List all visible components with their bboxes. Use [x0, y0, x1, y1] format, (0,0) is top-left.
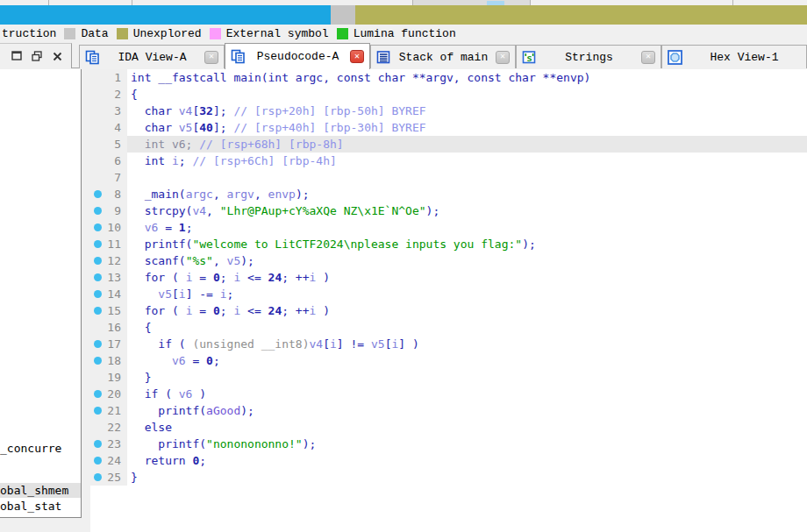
- gutter[interactable]: 20: [90, 386, 127, 402]
- code-text[interactable]: printf(aGood);: [127, 402, 807, 419]
- breakpoint-icon[interactable]: [94, 390, 102, 398]
- code-editor[interactable]: 1int __fastcall main(int argc, const cha…: [90, 69, 807, 532]
- code-text[interactable]: printf("welcome to LitCTF2024\nplease in…: [127, 236, 807, 252]
- tab-pseudocode-a[interactable]: Pseudocode-A✕: [225, 43, 370, 69]
- code-text[interactable]: return 0;: [127, 452, 807, 469]
- code-text[interactable]: v6 = 0;: [127, 352, 807, 369]
- code-line-8[interactable]: 8 _main(argc, argv, envp);: [90, 186, 807, 202]
- code-text[interactable]: scanf("%s", v5);: [127, 252, 807, 269]
- breakpoint-icon[interactable]: [94, 357, 102, 365]
- code-text[interactable]: int __fastcall main(int argc, const char…: [127, 69, 807, 86]
- code-line-17[interactable]: 17 if ( (unsigned __int8)v4[i] != v5[i] …: [90, 336, 807, 352]
- code-line-1[interactable]: 1int __fastcall main(int argc, const cha…: [90, 69, 807, 86]
- gutter[interactable]: 1: [90, 69, 127, 86]
- gutter[interactable]: 2: [90, 86, 127, 103]
- functions-panel[interactable]: _concurreobal_shmemobal_stat: [0, 69, 82, 518]
- panel-splitter[interactable]: [82, 69, 90, 532]
- code-line-4[interactable]: 4 char v5[40]; // [rsp+40h] [rbp-30h] BY…: [90, 119, 807, 136]
- gutter[interactable]: 3: [90, 103, 127, 119]
- breakpoint-icon[interactable]: [94, 407, 102, 415]
- code-text[interactable]: printf("nononononno!");: [127, 436, 807, 452]
- code-line-5[interactable]: 5 int v6; // [rsp+68h] [rbp-8h]: [90, 136, 807, 153]
- tab-close-icon[interactable]: ✕: [350, 50, 364, 63]
- code-text[interactable]: }: [127, 469, 807, 486]
- gutter[interactable]: 23: [90, 436, 127, 452]
- gutter[interactable]: 12: [90, 252, 127, 269]
- code-line-22[interactable]: 22 else: [90, 419, 807, 436]
- code-text[interactable]: _main(argc, argv, envp);: [127, 186, 807, 202]
- navband-segment-data[interactable]: [331, 5, 355, 25]
- breakpoint-icon[interactable]: [94, 457, 102, 465]
- code-line-3[interactable]: 3 char v4[32]; // [rsp+20h] [rbp-50h] BY…: [90, 103, 807, 119]
- gutter[interactable]: 19: [90, 369, 127, 386]
- gutter[interactable]: 10: [90, 219, 127, 236]
- code-line-19[interactable]: 19 }: [90, 369, 807, 386]
- code-text[interactable]: v6 = 1;: [127, 219, 807, 236]
- code-line-24[interactable]: 24 return 0;: [90, 452, 807, 469]
- gutter[interactable]: 22: [90, 419, 127, 436]
- tab-hex-view-1[interactable]: Hex View-1: [661, 45, 807, 68]
- navband-segment-regular-function[interactable]: [0, 5, 331, 25]
- code-line-12[interactable]: 12 scanf("%s", v5);: [90, 252, 807, 269]
- gutter[interactable]: 7: [90, 169, 127, 186]
- gutter[interactable]: 6: [90, 153, 127, 169]
- breakpoint-icon[interactable]: [94, 290, 102, 298]
- gutter[interactable]: 8: [90, 186, 127, 202]
- code-text[interactable]: {: [127, 319, 807, 336]
- code-text[interactable]: if ( (unsigned __int8)v4[i] != v5[i] ): [127, 336, 807, 352]
- breakpoint-icon[interactable]: [94, 473, 102, 481]
- close-icon[interactable]: [51, 50, 63, 62]
- gutter[interactable]: 13: [90, 269, 127, 286]
- code-line-7[interactable]: 7: [90, 169, 807, 186]
- breakpoint-icon[interactable]: [94, 207, 102, 215]
- code-text[interactable]: [127, 169, 807, 186]
- breakpoint-icon[interactable]: [94, 190, 102, 198]
- code-line-18[interactable]: 18 v6 = 0;: [90, 352, 807, 369]
- code-line-9[interactable]: 9 strcpy(v4, "Lhr@PAup+cY%aXQe NZ\x1E`N^…: [90, 202, 807, 219]
- function-list-item[interactable]: obal_stat: [0, 499, 81, 514]
- code-text[interactable]: if ( v6 ): [127, 386, 807, 402]
- code-text[interactable]: for ( i = 0; i <= 24; ++i ): [127, 269, 807, 286]
- code-text[interactable]: {: [127, 86, 807, 103]
- code-line-13[interactable]: 13 for ( i = 0; i <= 24; ++i ): [90, 269, 807, 286]
- gutter[interactable]: 4: [90, 119, 127, 136]
- gutter[interactable]: 14: [90, 286, 127, 302]
- code-line-14[interactable]: 14 v5[i] -= i;: [90, 286, 807, 302]
- code-line-21[interactable]: 21 printf(aGood);: [90, 402, 807, 419]
- code-text[interactable]: strcpy(v4, "Lhr@PAup+cY%aXQe NZ\x1E`N^Oe…: [127, 202, 807, 219]
- code-text[interactable]: else: [127, 419, 807, 436]
- gutter[interactable]: 15: [90, 302, 127, 319]
- gutter[interactable]: 24: [90, 452, 127, 469]
- gutter[interactable]: 9: [90, 202, 127, 219]
- code-line-16[interactable]: 16 {: [90, 319, 807, 336]
- code-text[interactable]: int v6; // [rsp+68h] [rbp-8h]: [127, 136, 807, 153]
- code-line-6[interactable]: 6 int i; // [rsp+6Ch] [rbp-4h]: [90, 153, 807, 169]
- gutter[interactable]: 25: [90, 469, 127, 486]
- breakpoint-icon[interactable]: [94, 273, 102, 281]
- gutter[interactable]: 11: [90, 236, 127, 252]
- breakpoint-icon[interactable]: [94, 257, 102, 265]
- restore-icon[interactable]: [31, 50, 43, 62]
- code-text[interactable]: char v4[32]; // [rsp+20h] [rbp-50h] BYRE…: [127, 103, 807, 119]
- navigation-band[interactable]: [0, 5, 807, 25]
- gutter[interactable]: 5: [90, 136, 127, 153]
- breakpoint-icon[interactable]: [94, 240, 102, 248]
- code-line-15[interactable]: 15 for ( i = 0; i <= 24; ++i ): [90, 302, 807, 319]
- code-text[interactable]: for ( i = 0; i <= 24; ++i ): [127, 302, 807, 319]
- tab-stack-of-main[interactable]: Stack of main✕: [370, 45, 516, 68]
- code-line-10[interactable]: 10 v6 = 1;: [90, 219, 807, 236]
- gutter[interactable]: 18: [90, 352, 127, 369]
- tab-close-icon[interactable]: ✕: [204, 51, 218, 64]
- code-line-20[interactable]: 20 if ( v6 ): [90, 386, 807, 402]
- code-line-11[interactable]: 11 printf("welcome to LitCTF2024\nplease…: [90, 236, 807, 252]
- gutter[interactable]: 21: [90, 402, 127, 419]
- tab-strings[interactable]: sStrings✕: [516, 45, 661, 68]
- code-line-2[interactable]: 2{: [90, 86, 807, 103]
- breakpoint-icon[interactable]: [94, 223, 102, 231]
- function-list-item[interactable]: _concurre: [0, 441, 81, 456]
- code-text[interactable]: char v5[40]; // [rsp+40h] [rbp-30h] BYRE…: [127, 119, 807, 136]
- navband-segment-unexplored[interactable]: [355, 5, 807, 25]
- code-line-25[interactable]: 25}: [90, 469, 807, 486]
- code-text[interactable]: v5[i] -= i;: [127, 286, 807, 302]
- tab-close-icon[interactable]: ✕: [496, 51, 510, 64]
